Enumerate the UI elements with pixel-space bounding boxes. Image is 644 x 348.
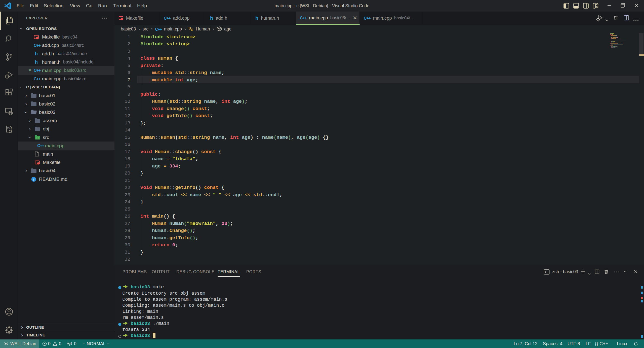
svg-text:i: i	[33, 178, 34, 181]
svg-text:‹›: ‹›	[36, 137, 39, 140]
svg-text:C++: C++	[7, 127, 12, 130]
